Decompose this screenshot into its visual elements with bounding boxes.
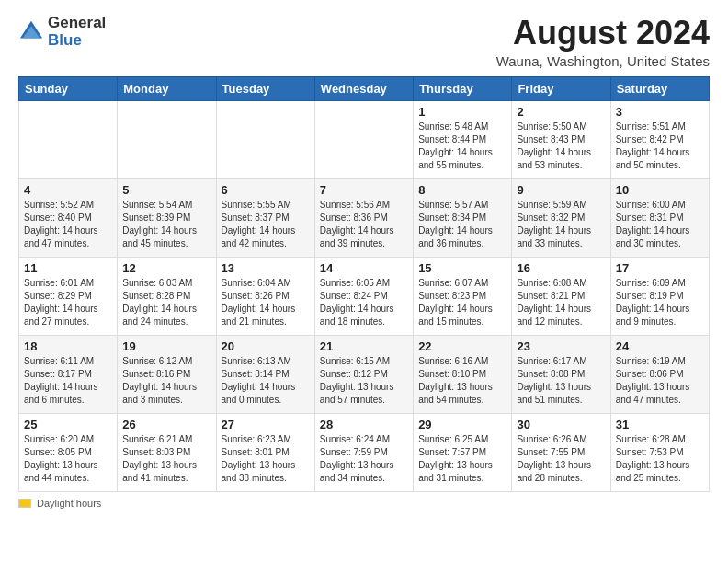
day-info: Sunrise: 5:56 AM Sunset: 8:36 PM Dayligh… [320,199,408,250]
col-thursday: Thursday [414,76,512,100]
table-row [19,100,118,178]
day-number: 31 [616,418,704,431]
calendar-week-4: 18Sunrise: 6:11 AM Sunset: 8:17 PM Dayli… [19,335,710,413]
table-row: 31Sunrise: 6:28 AM Sunset: 7:53 PM Dayli… [610,413,709,491]
table-row: 7Sunrise: 5:56 AM Sunset: 8:36 PM Daylig… [314,178,413,257]
day-number: 27 [222,418,310,431]
header: General Blue August 2024 Wauna, Washingt… [18,15,710,69]
table-row: 30Sunrise: 6:26 AM Sunset: 7:55 PM Dayli… [512,413,610,491]
day-number: 26 [122,418,210,431]
day-info: Sunrise: 6:19 AM Sunset: 8:06 PM Dayligh… [616,355,704,407]
day-info: Sunrise: 6:05 AM Sunset: 8:24 PM Dayligh… [320,277,408,328]
table-row: 14Sunrise: 6:05 AM Sunset: 8:24 PM Dayli… [314,257,413,335]
daylight-bar-icon [18,499,31,508]
day-info: Sunrise: 5:50 AM Sunset: 8:43 PM Dayligh… [517,121,605,172]
day-number: 7 [320,183,408,197]
table-row: 29Sunrise: 6:25 AM Sunset: 7:57 PM Dayli… [414,413,512,491]
day-number: 22 [418,339,506,353]
table-row: 3Sunrise: 5:51 AM Sunset: 8:42 PM Daylig… [610,100,709,178]
table-row [118,100,216,178]
table-row: 10Sunrise: 6:00 AM Sunset: 8:31 PM Dayli… [610,178,709,257]
table-row: 9Sunrise: 5:59 AM Sunset: 8:32 PM Daylig… [512,178,610,257]
day-number: 18 [24,339,112,353]
table-row: 4Sunrise: 5:52 AM Sunset: 8:40 PM Daylig… [19,178,118,257]
table-row: 22Sunrise: 6:16 AM Sunset: 8:10 PM Dayli… [414,335,512,413]
day-number: 25 [24,418,112,431]
day-number: 14 [320,261,408,275]
table-row: 17Sunrise: 6:09 AM Sunset: 8:19 PM Dayli… [610,257,709,335]
day-info: Sunrise: 6:24 AM Sunset: 7:59 PM Dayligh… [320,433,408,485]
day-number: 30 [517,418,605,431]
table-row: 5Sunrise: 5:54 AM Sunset: 8:39 PM Daylig… [118,178,216,257]
logo-text: General Blue [48,15,106,49]
day-info: Sunrise: 6:12 AM Sunset: 8:16 PM Dayligh… [122,355,210,407]
day-number: 29 [418,418,506,431]
day-number: 21 [320,339,408,353]
day-number: 13 [222,261,310,275]
calendar-table: Sunday Monday Tuesday Wednesday Thursday… [18,76,710,492]
col-saturday: Saturday [610,76,709,100]
day-number: 19 [122,339,210,353]
logo: General Blue [18,15,106,49]
table-row: 28Sunrise: 6:24 AM Sunset: 7:59 PM Dayli… [314,413,413,491]
table-row: 12Sunrise: 6:03 AM Sunset: 8:28 PM Dayli… [118,257,216,335]
col-monday: Monday [118,76,216,100]
title-area: August 2024 Wauna, Washington, United St… [496,15,710,69]
page: General Blue August 2024 Wauna, Washingt… [0,0,728,518]
day-number: 17 [616,261,704,275]
day-info: Sunrise: 5:52 AM Sunset: 8:40 PM Dayligh… [24,199,112,250]
col-sunday: Sunday [19,76,118,100]
day-info: Sunrise: 6:08 AM Sunset: 8:21 PM Dayligh… [517,277,605,328]
logo-general-text: General [48,15,106,32]
table-row: 26Sunrise: 6:21 AM Sunset: 8:03 PM Dayli… [118,413,216,491]
day-number: 6 [222,183,310,197]
day-number: 20 [222,339,310,353]
footer-label: Daylight hours [37,498,101,509]
day-info: Sunrise: 5:48 AM Sunset: 8:44 PM Dayligh… [418,121,506,172]
day-info: Sunrise: 6:25 AM Sunset: 7:57 PM Dayligh… [418,433,506,485]
calendar-week-5: 25Sunrise: 6:20 AM Sunset: 8:05 PM Dayli… [19,413,710,491]
day-number: 16 [517,261,605,275]
table-row: 15Sunrise: 6:07 AM Sunset: 8:23 PM Dayli… [414,257,512,335]
calendar-week-2: 4Sunrise: 5:52 AM Sunset: 8:40 PM Daylig… [19,178,710,257]
day-info: Sunrise: 5:59 AM Sunset: 8:32 PM Dayligh… [517,199,605,250]
calendar-week-1: 1Sunrise: 5:48 AM Sunset: 8:44 PM Daylig… [19,100,710,178]
table-row: 21Sunrise: 6:15 AM Sunset: 8:12 PM Dayli… [314,335,413,413]
day-info: Sunrise: 6:17 AM Sunset: 8:08 PM Dayligh… [517,355,605,407]
day-number: 10 [616,183,704,197]
day-number: 24 [616,339,704,353]
day-info: Sunrise: 6:11 AM Sunset: 8:17 PM Dayligh… [24,355,112,407]
day-info: Sunrise: 6:01 AM Sunset: 8:29 PM Dayligh… [24,277,112,328]
day-number: 2 [517,105,605,119]
day-info: Sunrise: 6:26 AM Sunset: 7:55 PM Dayligh… [517,433,605,485]
day-info: Sunrise: 6:07 AM Sunset: 8:23 PM Dayligh… [418,277,506,328]
calendar-week-3: 11Sunrise: 6:01 AM Sunset: 8:29 PM Dayli… [19,257,710,335]
col-wednesday: Wednesday [314,76,413,100]
table-row: 23Sunrise: 6:17 AM Sunset: 8:08 PM Dayli… [512,335,610,413]
day-info: Sunrise: 6:15 AM Sunset: 8:12 PM Dayligh… [320,355,408,407]
day-number: 9 [517,183,605,197]
table-row: 27Sunrise: 6:23 AM Sunset: 8:01 PM Dayli… [216,413,314,491]
subtitle: Wauna, Washington, United States [496,53,710,69]
day-number: 8 [418,183,506,197]
table-row: 19Sunrise: 6:12 AM Sunset: 8:16 PM Dayli… [118,335,216,413]
day-number: 15 [418,261,506,275]
table-row: 8Sunrise: 5:57 AM Sunset: 8:34 PM Daylig… [414,178,512,257]
table-row [216,100,314,178]
table-row: 2Sunrise: 5:50 AM Sunset: 8:43 PM Daylig… [512,100,610,178]
day-info: Sunrise: 5:51 AM Sunset: 8:42 PM Dayligh… [616,121,704,172]
table-row [314,100,413,178]
day-number: 1 [418,105,506,119]
table-row: 6Sunrise: 5:55 AM Sunset: 8:37 PM Daylig… [216,178,314,257]
day-number: 4 [24,183,112,197]
day-number: 5 [122,183,210,197]
logo-blue-text: Blue [48,32,106,50]
day-number: 28 [320,418,408,431]
day-number: 3 [616,105,704,119]
table-row: 11Sunrise: 6:01 AM Sunset: 8:29 PM Dayli… [19,257,118,335]
day-info: Sunrise: 6:04 AM Sunset: 8:26 PM Dayligh… [222,277,310,328]
day-info: Sunrise: 6:03 AM Sunset: 8:28 PM Dayligh… [122,277,210,328]
day-info: Sunrise: 6:20 AM Sunset: 8:05 PM Dayligh… [24,433,112,485]
day-number: 11 [24,261,112,275]
day-info: Sunrise: 5:57 AM Sunset: 8:34 PM Dayligh… [418,199,506,250]
